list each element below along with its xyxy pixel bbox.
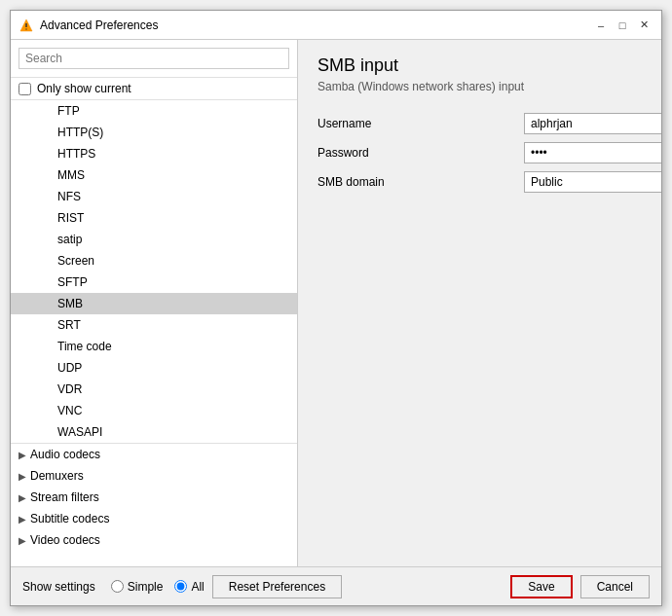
radio-simple-input[interactable]: [111, 580, 124, 593]
search-input[interactable]: [19, 48, 289, 69]
tree-item-demuxers[interactable]: ▶Demuxers: [11, 465, 297, 487]
tree-item-srt[interactable]: SRT: [11, 314, 297, 336]
form-grid: UsernamePasswordSMB domain: [317, 113, 642, 193]
content-area: Only show current FTPHTTP(S)HTTPSMMSNFSR…: [11, 40, 661, 566]
tree-item-rist[interactable]: RIST: [11, 207, 297, 229]
field-input-username[interactable]: [524, 113, 661, 134]
radio-simple[interactable]: Simple: [111, 580, 164, 594]
field-label-username: Username: [317, 117, 512, 130]
panel-title: SMB input: [317, 55, 642, 76]
radio-group: Simple All: [111, 580, 205, 594]
tree-item-label-subtitle_codecs: Subtitle codecs: [30, 512, 109, 525]
maximize-button[interactable]: □: [613, 16, 632, 35]
main-panel: SMB input Samba (Windows network shares)…: [298, 40, 661, 566]
expand-arrow-video_codecs: ▶: [19, 535, 26, 546]
tree-item-vnc[interactable]: VNC: [11, 400, 297, 421]
window-title: Advanced Preferences: [40, 18, 591, 32]
tree-container: FTPHTTP(S)HTTPSMMSNFSRISTsatipScreenSFTP…: [11, 100, 297, 566]
show-current-row: Only show current: [11, 78, 297, 100]
tree-item-stream_filters[interactable]: ▶Stream filters: [11, 487, 297, 508]
field-input-password[interactable]: [524, 142, 661, 163]
show-current-label: Only show current: [37, 82, 131, 95]
svg-point-2: [25, 28, 26, 29]
bottom-bar: Show settings Simple All Reset Preferenc…: [11, 566, 661, 605]
tree-item-screen[interactable]: Screen: [11, 250, 297, 272]
window-controls: – □ ✕: [591, 16, 653, 35]
tree-item-smb[interactable]: SMB: [11, 293, 297, 314]
expand-arrow-subtitle_codecs: ▶: [19, 514, 26, 525]
cancel-button[interactable]: Cancel: [580, 575, 650, 598]
expand-arrow-demuxers: ▶: [19, 471, 26, 482]
tree-item-vdr[interactable]: VDR: [11, 379, 297, 400]
sidebar: Only show current FTPHTTP(S)HTTPSMMSNFSR…: [11, 40, 298, 566]
show-current-checkbox[interactable]: [19, 83, 31, 95]
tree-item-wasapi[interactable]: WASAPI: [11, 421, 297, 443]
panel-subtitle: Samba (Windows network shares) input: [317, 80, 642, 93]
minimize-button[interactable]: –: [591, 16, 611, 35]
expand-arrow-audio_codecs: ▶: [19, 450, 26, 460]
tree-item-sftp[interactable]: SFTP: [11, 272, 297, 293]
tree-item-label-video_codecs: Video codecs: [30, 533, 100, 547]
tree-item-ftp[interactable]: FTP: [11, 100, 297, 122]
tree-item-satip[interactable]: satip: [11, 229, 297, 250]
tree-item-audio_codecs[interactable]: ▶Audio codecs: [11, 444, 297, 465]
expand-arrow-stream_filters: ▶: [19, 492, 26, 503]
tree-item-label-demuxers: Demuxers: [30, 469, 84, 483]
field-input-smb_domain[interactable]: [524, 171, 661, 193]
radio-simple-label: Simple: [128, 580, 164, 594]
title-bar: Advanced Preferences – □ ✕: [11, 11, 661, 40]
tree-item-nfs[interactable]: NFS: [11, 186, 297, 207]
tree-item-subtitle_codecs[interactable]: ▶Subtitle codecs: [11, 508, 297, 529]
tree-item-https_s[interactable]: HTTP(S): [11, 122, 297, 143]
field-label-password: Password: [317, 146, 512, 160]
tree-item-label-audio_codecs: Audio codecs: [30, 448, 100, 461]
tree-item-time_code[interactable]: Time code: [11, 336, 297, 357]
tree-item-udp[interactable]: UDP: [11, 357, 297, 379]
app-icon: [19, 18, 34, 33]
reset-preferences-button[interactable]: Reset Preferences: [212, 575, 342, 598]
advanced-preferences-window: Advanced Preferences – □ ✕ Only show cur…: [10, 10, 662, 606]
radio-all-label: All: [191, 580, 204, 594]
tree-item-mms[interactable]: MMS: [11, 164, 297, 186]
radio-all-input[interactable]: [174, 580, 187, 593]
radio-all[interactable]: All: [174, 580, 204, 594]
tree-item-https[interactable]: HTTPS: [11, 143, 297, 164]
field-label-smb_domain: SMB domain: [317, 175, 512, 189]
tree-item-video_codecs[interactable]: ▶Video codecs: [11, 529, 297, 551]
save-button[interactable]: Save: [510, 575, 572, 598]
search-box: [11, 40, 297, 78]
tree-item-label-stream_filters: Stream filters: [30, 490, 99, 504]
show-settings-label: Show settings: [22, 580, 95, 594]
close-button[interactable]: ✕: [634, 16, 653, 35]
